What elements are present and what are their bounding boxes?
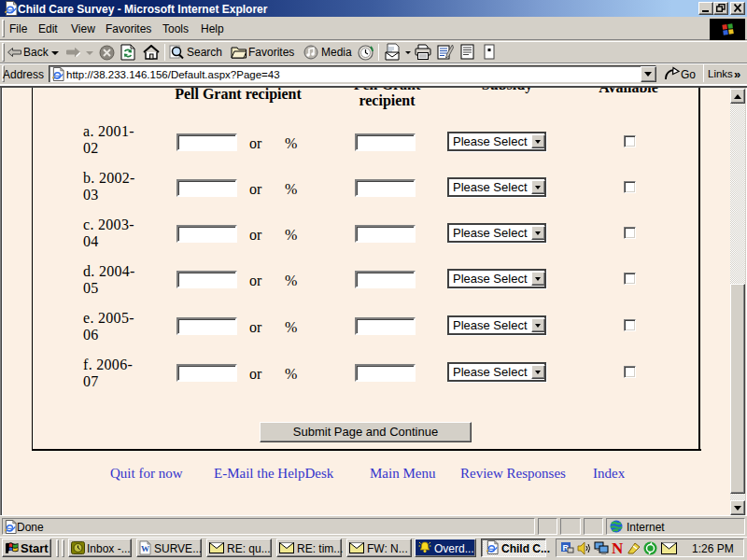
svg-text:W: W xyxy=(141,544,149,553)
